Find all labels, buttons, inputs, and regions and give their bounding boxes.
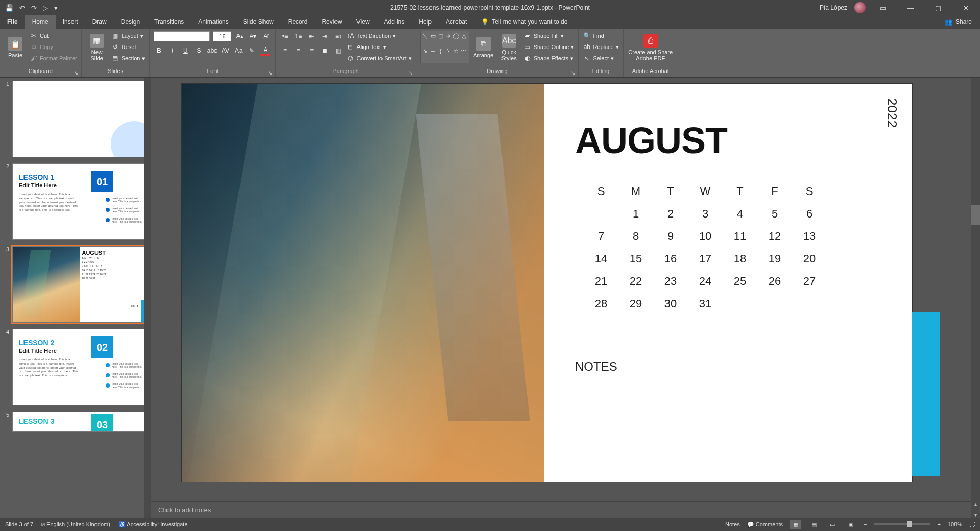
slide-editor[interactable]: 2022 AUGUST SMTWTFS123456789101112131415… [151,78,980,518]
increase-font-icon[interactable]: A▴ [234,31,245,41]
justify-button[interactable]: ≣ [320,45,330,56]
prev-slide-icon[interactable]: ▴ [974,501,977,507]
slide-notes-label[interactable]: NOTES [575,359,617,374]
slide-thumbnails-panel[interactable]: 1 SIMPLE LESSONS LEARNED PRESENTATION TE… [0,78,151,518]
font-family-select[interactable] [154,31,210,41]
replace-button[interactable]: abReplace▾ [583,42,618,52]
cut-button[interactable]: ✂Cut [30,31,77,41]
bold-button[interactable]: B [154,45,164,56]
status-accessibility[interactable]: ♿ Accessibility: Investigate [118,521,188,528]
find-button[interactable]: 🔍Find [583,31,618,41]
clear-formatting-icon[interactable]: A⃠ [261,31,271,41]
thumbnail-slide-1[interactable]: 1 SIMPLE LESSONS LEARNED PRESENTATION TE… [0,78,151,160]
zoom-level[interactable]: 108% [948,521,962,527]
status-language[interactable]: ⎚ English (United Kingdom) [41,521,110,527]
convert-smartart-button[interactable]: ⌬Convert to SmartArt▾ [346,53,411,63]
tab-animations[interactable]: Animations [191,15,235,29]
slide-year[interactable]: 2022 [884,98,900,128]
tab-review[interactable]: Review [315,15,349,29]
maximize-button[interactable]: ▢ [928,0,948,15]
tell-me-search[interactable]: 💡Tell me what you want to do [474,15,575,29]
align-text-button[interactable]: ⊟Align Text▾ [346,42,411,52]
slideshow-view-button[interactable]: ▣ [845,520,856,529]
normal-view-button[interactable]: ▦ [790,520,801,529]
tab-record[interactable]: Record [281,15,315,29]
slide-calendar[interactable]: SMTWTFS123456789101112131415161718192021… [575,176,835,320]
zoom-out-button[interactable]: − [864,521,867,527]
thumbnails-scrollbar[interactable] [144,78,151,518]
thumbnail-slide-2[interactable]: 2 LESSON 1 Edit Title Here 01 Insert you… [0,160,151,243]
arrange-button[interactable]: ⧉Arrange [472,31,495,64]
line-spacing-button[interactable]: ≡↕ [333,31,343,41]
slide-month[interactable]: AUGUST [575,119,727,161]
qat-more-icon[interactable]: ▾ [54,4,58,12]
shadow-button[interactable]: S [194,45,204,56]
increase-indent-button[interactable]: ⇥ [320,31,330,41]
tab-slideshow[interactable]: Slide Show [236,15,281,29]
minimize-button[interactable]: — [900,0,921,15]
section-button[interactable]: ▤Section▾ [111,53,146,63]
highlight-button[interactable]: ✎ [247,45,257,56]
font-color-button[interactable]: A [260,45,270,56]
notes-toggle[interactable]: ≣ Notes [719,521,740,528]
font-launcher-icon[interactable]: ↘ [268,70,274,76]
tab-addins[interactable]: Add-ins [377,15,412,29]
drawing-launcher-icon[interactable]: ↘ [571,70,577,76]
zoom-slider[interactable] [874,523,930,525]
tab-file[interactable]: File [0,15,25,29]
char-spacing-button[interactable]: AV [220,45,230,56]
fit-to-window-button[interactable]: ⛶ [969,521,975,527]
tab-insert[interactable]: Insert [56,15,85,29]
paste-button[interactable]: 📋Paste [4,31,27,64]
shape-effects-button[interactable]: ◐Shape Effects▾ [523,53,575,63]
align-left-button[interactable]: ≡ [280,45,290,56]
status-slide-number[interactable]: Slide 3 of 7 [5,521,33,527]
reset-button[interactable]: ↺Reset [111,42,146,52]
notes-pane[interactable]: Click to add notes [151,501,971,518]
shape-fill-button[interactable]: ▰Shape Fill▾ [523,31,575,41]
decrease-font-icon[interactable]: A▾ [248,31,258,41]
change-case-button[interactable]: Aa [233,45,244,56]
slide-canvas[interactable]: 2022 AUGUST SMTWTFS123456789101112131415… [182,84,912,482]
thumbnail-slide-3[interactable]: 3 AUGUST S M T W T F S 1 2 3 4 5 67 8 9 … [0,243,151,326]
new-slide-button[interactable]: ▦New Slide [86,31,108,64]
bullets-button[interactable]: •≡ [280,31,290,41]
columns-button[interactable]: ▥ [333,45,343,56]
editor-vertical-scrollbar[interactable] [971,78,980,501]
create-share-pdf-button[interactable]: ⎙Create and Share Adobe PDF [628,31,674,64]
paragraph-launcher-icon[interactable]: ↘ [409,70,415,76]
decrease-indent-button[interactable]: ⇤ [306,31,317,41]
align-right-button[interactable]: ≡ [306,45,317,56]
italic-button[interactable]: I [167,45,177,56]
redo-icon[interactable]: ↷ [31,4,37,12]
tab-help[interactable]: Help [412,15,439,29]
comments-toggle[interactable]: 💬 Comments [747,521,783,528]
shapes-gallery[interactable]: ＼▭▢➜◯△ ↘─{}☆⋯ [420,31,469,63]
tab-acrobat[interactable]: Acrobat [439,15,474,29]
font-size-select[interactable]: 16 [213,31,231,41]
tab-transitions[interactable]: Transitions [147,15,191,29]
save-icon[interactable]: 💾 [5,4,13,12]
tab-home[interactable]: Home [25,15,56,29]
sorter-view-button[interactable]: ▤ [808,520,820,529]
tab-design[interactable]: Design [114,15,147,29]
text-direction-button[interactable]: ↕AText Direction▾ [346,31,411,41]
user-avatar[interactable] [854,2,866,13]
shape-outline-button[interactable]: ▭Shape Outline▾ [523,42,575,52]
clipboard-launcher-icon[interactable]: ↘ [74,70,80,76]
copy-button[interactable]: ⧉Copy [30,42,77,52]
underline-button[interactable]: U [180,45,190,56]
zoom-in-button[interactable]: + [937,521,940,527]
reading-view-button[interactable]: ▭ [827,520,838,529]
undo-icon[interactable]: ↶ [19,4,25,12]
thumbnail-slide-5[interactable]: 5 LESSON 3 03 [0,408,151,435]
next-slide-icon[interactable]: ▾ [974,512,977,518]
start-from-beginning-icon[interactable]: ▷ [43,4,48,12]
slide-photo[interactable] [182,84,544,482]
close-button[interactable]: ✕ [955,0,976,15]
align-center-button[interactable]: ≡ [293,45,303,56]
format-painter-button[interactable]: 🖌Format Painter [30,53,77,63]
select-button[interactable]: ↖Select▾ [583,53,618,63]
layout-button[interactable]: ▥Layout▾ [111,31,146,41]
slide-accent-bar[interactable] [912,312,940,476]
